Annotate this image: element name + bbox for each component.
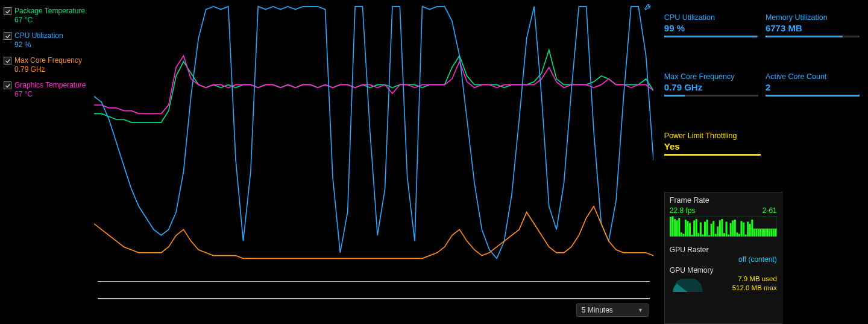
svg-rect-46 [766, 229, 768, 237]
svg-rect-30 [732, 220, 734, 237]
metrics-panel: CPU Utilization 99 % Memory Utilization … [656, 0, 868, 324]
svg-rect-39 [751, 220, 753, 237]
svg-rect-5 [678, 218, 680, 237]
metric-memory-utilization: Memory Utilization 6773 MB [762, 11, 863, 70]
metric-bar [664, 36, 758, 37]
svg-rect-44 [762, 229, 764, 237]
metric-label: Power Limit Throttling [664, 132, 860, 140]
checkbox[interactable] [4, 57, 11, 65]
svg-rect-42 [758, 229, 760, 237]
legend-value: 92 % [14, 40, 63, 49]
svg-rect-17 [704, 222, 706, 237]
svg-rect-35 [743, 223, 744, 237]
checkbox[interactable] [4, 7, 11, 15]
metric-bar [664, 154, 761, 156]
metric-bar [766, 36, 860, 37]
metric-label: Memory Utilization [766, 13, 860, 22]
metric-label: CPU Utilization [664, 13, 758, 22]
metric-value: Yes [664, 141, 860, 151]
legend-item[interactable]: Package Temperature 67 °C [4, 5, 88, 30]
svg-rect-14 [697, 233, 699, 237]
svg-rect-26 [723, 233, 725, 237]
gpu-memory-used: 7.9 MB used [732, 275, 777, 283]
frame-rate-title: Frame Rate [670, 196, 777, 205]
metric-cpu-utilization: CPU Utilization 99 % [661, 11, 762, 70]
svg-rect-25 [721, 219, 723, 237]
legend-label: Max Core Frequency [14, 56, 82, 65]
svg-rect-48 [770, 229, 772, 237]
gpu-memory-label: GPU Memory [670, 266, 714, 275]
svg-rect-19 [708, 235, 710, 237]
svg-rect-8 [685, 220, 687, 237]
svg-rect-1 [670, 217, 671, 237]
svg-rect-12 [693, 220, 695, 237]
svg-rect-45 [764, 229, 766, 237]
svg-rect-38 [749, 224, 751, 237]
svg-rect-9 [687, 221, 688, 237]
legend-label: Graphics Temperature [14, 81, 86, 90]
svg-rect-41 [755, 229, 757, 237]
svg-rect-29 [729, 223, 731, 237]
legend-item[interactable]: Max Core Frequency 0.79 GHz [4, 54, 88, 79]
legend-label: CPU Utilization [14, 31, 63, 40]
svg-rect-13 [696, 219, 697, 237]
svg-rect-10 [689, 223, 691, 237]
svg-rect-24 [719, 220, 721, 237]
svg-rect-27 [725, 222, 727, 237]
svg-rect-3 [674, 219, 676, 237]
metric-value: 2 [766, 82, 860, 92]
svg-rect-11 [691, 235, 693, 237]
svg-rect-49 [773, 229, 775, 237]
svg-rect-16 [702, 235, 703, 237]
svg-rect-32 [736, 232, 738, 237]
svg-rect-2 [671, 217, 673, 237]
chart-baseline [98, 281, 650, 282]
legend-label: Package Temperature [14, 7, 85, 16]
gpu-raster-label: GPU Raster [670, 246, 709, 254]
checkbox[interactable] [4, 32, 11, 40]
metric-label: Active Core Count [766, 72, 860, 81]
svg-rect-31 [734, 220, 736, 237]
chart-series-line [94, 7, 653, 259]
scrollbar-track[interactable] [98, 298, 650, 299]
svg-rect-18 [706, 220, 708, 237]
chart-legend: Package Temperature 67 °C CPU Utilizatio… [0, 0, 92, 324]
svg-rect-50 [775, 229, 776, 237]
frame-rate-range: 2-61 [763, 206, 777, 215]
legend-value: 67 °C [14, 90, 86, 99]
time-range-value: 5 Minutes [582, 306, 613, 314]
gpu-raster-value: off (content) [738, 255, 777, 264]
metric-max-core-frequency: Max Core Frequency 0.79 GHz [661, 70, 762, 129]
legend-item[interactable]: Graphics Temperature 67 °C [4, 79, 88, 104]
svg-rect-21 [712, 221, 714, 237]
metric-value: 6773 MB [766, 23, 860, 33]
frame-rate-panel: Frame Rate 22.8 fps 2-61 GPU Raster off … [664, 192, 782, 324]
checkbox[interactable] [4, 81, 11, 89]
svg-rect-36 [744, 235, 746, 237]
svg-rect-47 [769, 229, 770, 237]
metric-active-core-count: Active Core Count 2 [762, 70, 863, 129]
gpu-memory-gauge-icon [670, 279, 706, 292]
svg-rect-43 [760, 229, 761, 237]
svg-rect-7 [682, 234, 684, 237]
time-range-select[interactable]: 5 Minutes ▼ [576, 303, 649, 317]
legend-value: 0.79 GHz [14, 65, 82, 74]
chevron-down-icon: ▼ [638, 307, 643, 313]
legend-item[interactable]: CPU Utilization 92 % [4, 30, 88, 54]
svg-rect-34 [740, 221, 742, 237]
metric-label: Max Core Frequency [664, 72, 758, 81]
svg-rect-15 [700, 223, 702, 237]
metric-bar [664, 95, 758, 97]
main-chart-area: 5 Minutes ▼ [92, 0, 656, 324]
svg-rect-22 [715, 234, 717, 237]
chart-series-line [94, 206, 653, 258]
svg-rect-23 [717, 226, 719, 237]
svg-rect-40 [753, 229, 755, 237]
metric-value: 0.79 GHz [664, 82, 758, 92]
metric-bar [766, 95, 860, 97]
legend-value: 67 °C [14, 16, 85, 25]
settings-icon[interactable] [644, 2, 652, 13]
metric-power-limit-throttling: Power Limit Throttling Yes [661, 129, 863, 188]
frame-rate-current: 22.8 fps [670, 206, 696, 215]
metric-value: 99 % [664, 23, 758, 33]
